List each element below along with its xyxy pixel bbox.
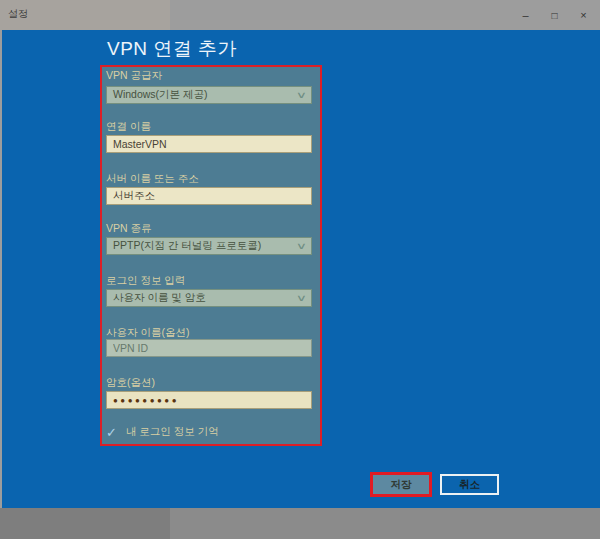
- chevron-down-icon: ∨: [296, 241, 307, 251]
- save-button[interactable]: 저장: [370, 472, 432, 497]
- cancel-button[interactable]: 취소: [440, 474, 499, 495]
- signin-type-label: 로그인 정보 입력: [106, 274, 316, 287]
- remember-signin-checkbox[interactable]: ✓ 내 로그인 정보 기억: [106, 424, 316, 440]
- server-address-label: 서버 이름 또는 주소: [106, 172, 316, 185]
- annotation-rectangle: VPN 공급자 Windows(기본 제공) ∨ 연결 이름 서버 이름 또는 …: [100, 65, 322, 446]
- vpn-type-value: PPTP(지점 간 터널링 프로토콜): [113, 239, 261, 253]
- window-title: 설정: [8, 7, 28, 21]
- minimize-button[interactable]: –: [511, 0, 540, 30]
- vpn-dialog: VPN 연결 추가 VPN 공급자 Windows(기본 제공) ∨ 연결 이름…: [2, 30, 600, 508]
- username-input[interactable]: [106, 339, 312, 357]
- bottom-strip: [0, 508, 600, 539]
- connection-name-input[interactable]: [106, 135, 312, 153]
- username-label: 사용자 이름(옵션): [106, 326, 316, 339]
- remember-signin-label: 내 로그인 정보 기억: [126, 425, 219, 439]
- chevron-down-icon: ∨: [296, 293, 307, 303]
- vpn-type-select[interactable]: PPTP(지점 간 터널링 프로토콜) ∨: [106, 237, 312, 255]
- settings-window: 설정 – □ × VPN 연결 추가 VPN 공급자 Windows(기본 제공…: [0, 0, 600, 539]
- password-input[interactable]: [106, 391, 312, 409]
- password-label: 암호(옵션): [106, 376, 316, 389]
- checkmark-icon: ✓: [106, 425, 117, 440]
- chevron-down-icon: ∨: [296, 90, 307, 100]
- vpn-provider-label: VPN 공급자: [106, 69, 316, 82]
- server-address-input[interactable]: [106, 187, 312, 205]
- connection-name-label: 연결 이름: [106, 120, 316, 133]
- title-bar: 설정 – □ ×: [0, 0, 600, 30]
- vpn-provider-select[interactable]: Windows(기본 제공) ∨: [106, 86, 312, 104]
- window-controls: – □ ×: [511, 0, 598, 30]
- close-button[interactable]: ×: [569, 0, 598, 30]
- page-title: VPN 연결 추가: [107, 36, 237, 62]
- maximize-button[interactable]: □: [540, 0, 569, 30]
- vpn-provider-value: Windows(기본 제공): [113, 88, 208, 102]
- vpn-type-label: VPN 종류: [106, 222, 316, 235]
- signin-type-value: 사용자 이름 및 암호: [113, 291, 206, 305]
- signin-type-select[interactable]: 사용자 이름 및 암호 ∨: [106, 289, 312, 307]
